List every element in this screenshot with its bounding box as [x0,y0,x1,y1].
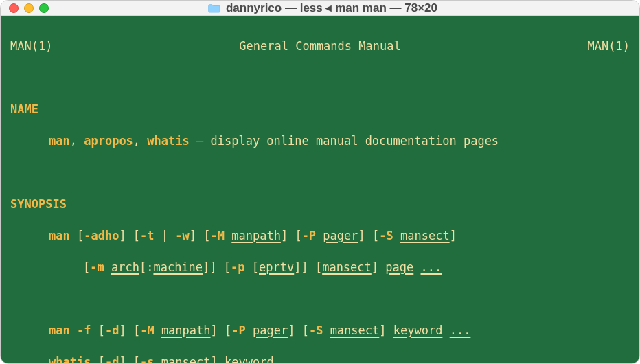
window-controls [9,3,49,13]
minimize-icon[interactable] [24,3,34,13]
zoom-icon[interactable] [39,3,49,13]
header-right: MAN(1) [588,38,630,54]
name-line: man, apropos, whatis – display online ma… [10,133,630,149]
title: dannyrico — less ◂ man man — 78×20 [57,1,588,15]
synopsis-line-3: man -f [-d] [-M manpath] [-P pager] [-S … [10,323,630,339]
terminal-content[interactable]: MAN(1)General Commands ManualMAN(1) NAME… [1,16,639,364]
section-name: NAME [10,102,630,117]
synopsis-line-2: [-m arch[:machine]] [-p [eprtv]] [mansec… [10,260,630,275]
terminal-window: dannyrico — less ◂ man man — 78×20 MAN(1… [0,0,640,364]
section-synopsis: SYNOPSIS [10,196,630,212]
synopsis-line-4: whatis [-d] [-s mansect] keyword ... [10,354,630,364]
folder-icon [208,3,220,13]
titlebar: dannyrico — less ◂ man man — 78×20 [1,1,639,16]
synopsis-line-1: man [-adho] [-t | -w] [-M manpath] [-P p… [10,228,630,244]
header-center: General Commands Manual [239,38,400,54]
header-left: MAN(1) [10,38,52,54]
close-icon[interactable] [9,3,19,13]
manpage-header: MAN(1)General Commands ManualMAN(1) [10,38,630,54]
window-title: dannyrico — less ◂ man man — 78×20 [226,1,437,15]
